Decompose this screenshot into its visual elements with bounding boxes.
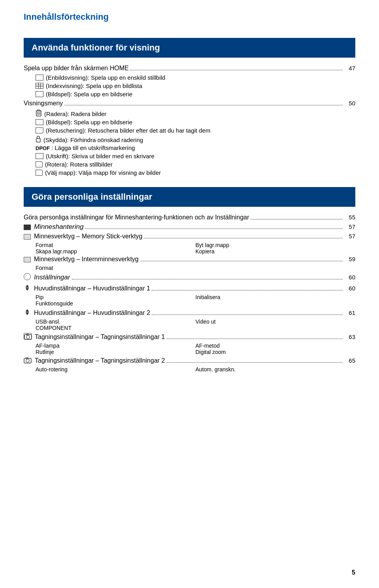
- sub-rotate-label: (Rotera): Rotera stillbilder: [45, 161, 113, 168]
- dots: [167, 362, 343, 363]
- sub-pip: Pip: [36, 294, 195, 300]
- sub-component: COMPONENT: [36, 325, 195, 331]
- entry-minneshantering-page: 57: [344, 223, 355, 230]
- page-wrapper: Innehållsförteckning Använda funktioner …: [0, 0, 379, 588]
- sub-huvud2-col1: USB-ansl. COMPONENT: [36, 318, 195, 331]
- sub-af-metod: AF-metod: [195, 343, 355, 349]
- entry-huvud2-label: Huvudinställningar – Huvudinställningar …: [34, 309, 150, 316]
- visningsmeny-label: Visningsmeny: [24, 100, 63, 107]
- sub-intern-col1: Format: [36, 265, 195, 271]
- entry-tagning1-page: 63: [344, 333, 355, 340]
- entry-installningar-label: Inställningar: [34, 273, 70, 281]
- dots: [167, 339, 343, 339]
- sub-tagning2: Auto-rotering Autom. granskn.: [36, 366, 355, 373]
- entry-ms-label: Minnesverktyg – Memory Stick-verktyg: [34, 233, 143, 240]
- svg-point-10: [26, 335, 30, 339]
- dots: [144, 238, 343, 238]
- entry-ms-verktyg: Minnesverktyg – Memory Stick-verktyg 57: [24, 233, 355, 240]
- sub-trash-label: (Radera): Radera bilder: [44, 110, 107, 117]
- sub-ms-verktyg: Format Skapa lagr.mapp Byt lagr.mapp Kop…: [36, 242, 355, 255]
- film-icon: [36, 91, 43, 97]
- sub-af-lampa: AF-lampa: [36, 343, 195, 349]
- sub-intern-format: Format: [36, 265, 195, 271]
- lock-icon: [36, 135, 41, 142]
- svg-rect-2: [38, 110, 40, 111]
- sub-folder: (Välj mapp): Välja mapp för visning av b…: [36, 169, 355, 176]
- sub-rotate: (Rotera): Rotera stillbilder: [36, 161, 355, 168]
- sub-ms-kopiera: Kopiera: [195, 248, 355, 255]
- sub-huvud1-col2: Initialisera: [195, 294, 355, 307]
- sub-huvud2-col2: Video ut: [195, 318, 355, 331]
- memory-black-icon: [24, 225, 31, 230]
- toc-title: Innehållsförteckning: [24, 12, 355, 22]
- entry-huvud1-page: 60: [344, 285, 355, 292]
- sub-intern-col2: [195, 265, 355, 271]
- sub-item-film-label: (Bildspel): Spela upp en bildserie: [46, 91, 132, 97]
- sub-video: Video ut: [195, 318, 355, 325]
- sub-retouch: (Retuschering): Retuschera bilder efter …: [36, 127, 355, 134]
- entry-visningsmeny: Visningsmeny 50: [24, 100, 355, 107]
- sub-folder-label: (Välj mapp): Välja mapp för visning av b…: [45, 169, 161, 176]
- sub-bildspel-label: (Bildspel): Spela upp en bildserie: [46, 119, 132, 125]
- ms-icon: [24, 234, 31, 240]
- dots: [130, 70, 343, 70]
- sub-dpof-text: : Lägga till en utskriftsmarkering: [51, 144, 135, 151]
- sub-huvud2: USB-ansl. COMPONENT Video ut: [36, 318, 355, 331]
- svg-rect-6: [36, 139, 40, 142]
- section1-header: Använda funktioner för visning: [24, 38, 355, 58]
- sub-huvud1-col1: Pip Funktionsguide: [36, 294, 195, 307]
- page-number: 5: [352, 569, 355, 576]
- single-view-icon: [36, 75, 43, 81]
- entry-tagning1-label: Tagningsinställningar – Tagningsinställn…: [35, 333, 165, 341]
- entry-ms-page: 57: [344, 233, 355, 240]
- sub-huvud1: Pip Funktionsguide Initialisera: [36, 294, 355, 307]
- sub-ms-col1: Format Skapa lagr.mapp: [36, 242, 195, 255]
- wrench-icon: [24, 284, 31, 291]
- sub-ms-byt: Byt lagr.mapp: [195, 242, 355, 248]
- sub-intern: Format: [36, 265, 355, 271]
- sub-funktionsguide: Funktionsguide: [36, 300, 195, 307]
- intern-icon: [24, 257, 31, 262]
- sub-autom-granskn: Autom. granskn.: [195, 366, 355, 373]
- sub-tagning2-col1: Auto-rotering: [36, 366, 195, 373]
- sub-trash: (Radera): Radera bilder: [36, 109, 355, 117]
- entry-minneshantering: Minneshantering 57: [24, 223, 355, 231]
- section2-header: Göra personliga inställningar: [24, 187, 355, 207]
- sub-dpof: DPOF : Lägga till en utskriftsmarkering: [36, 144, 355, 151]
- sub-item-index: (Indexvisning): Spela upp en bildlista: [36, 82, 355, 89]
- wrench2-icon: [24, 309, 31, 316]
- dots: [72, 279, 343, 279]
- dots: [140, 261, 343, 261]
- sub-item-single: (Enbildsvisning): Spela upp en enskild s…: [36, 74, 355, 81]
- entry-tagning2-page: 65: [344, 357, 355, 364]
- entry-personliga-page: 55: [344, 214, 355, 221]
- sub-bildspel: (Bildspel): Spela upp en bildserie: [36, 118, 355, 125]
- dots: [85, 228, 343, 229]
- entry-huvud2-page: 61: [344, 309, 355, 316]
- sub-tagning2-col2: Autom. granskn.: [195, 366, 355, 373]
- sub-item-index-label: (Indexvisning): Spela upp en bildlista: [46, 82, 142, 89]
- settings-icon: [24, 273, 31, 280]
- visningsmeny-page: 50: [344, 100, 355, 107]
- entry-tagning1: Tagningsinställningar – Tagningsinställn…: [24, 332, 355, 341]
- entry-huvud1-label: Huvudinställningar – Huvudinställningar …: [34, 285, 150, 292]
- sub-print-label: (Utskrift): Skriva ut bilder med en skri…: [46, 153, 154, 159]
- retouch-icon: [36, 127, 43, 133]
- sub-items-1: (Enbildsvisning): Spela upp en enskild s…: [36, 74, 355, 97]
- print-icon: [36, 153, 43, 159]
- sub-item-single-label: (Enbildsvisning): Spela upp en enskild s…: [46, 74, 165, 81]
- sub-tagning1-col1: AF-lampa Rutlinje: [36, 343, 195, 355]
- camera1-icon: [24, 333, 32, 339]
- sub-usb: USB-ansl.: [36, 318, 195, 325]
- sub-lock: (Skydda): Förhindra oönskad radering: [36, 135, 355, 143]
- bildspel-icon: [36, 119, 43, 125]
- entry-intern-label: Minnesverktyg – Internminnesverktyg: [34, 256, 139, 263]
- dots: [152, 315, 343, 315]
- entry-home-label: Spela upp bilder från skärmen HOME: [24, 65, 129, 72]
- entry-intern-page: 59: [344, 256, 355, 262]
- sub-auto-rotering: Auto-rotering: [36, 366, 195, 373]
- entry-tagning2: Tagningsinställningar – Tagningsinställn…: [24, 356, 355, 364]
- entry-huvud2: Huvudinställningar – Huvudinställningar …: [24, 308, 355, 316]
- entry-minneshantering-label: Minneshantering: [34, 223, 84, 231]
- sub-tagning1-col2: AF-metod Digital zoom: [195, 343, 355, 355]
